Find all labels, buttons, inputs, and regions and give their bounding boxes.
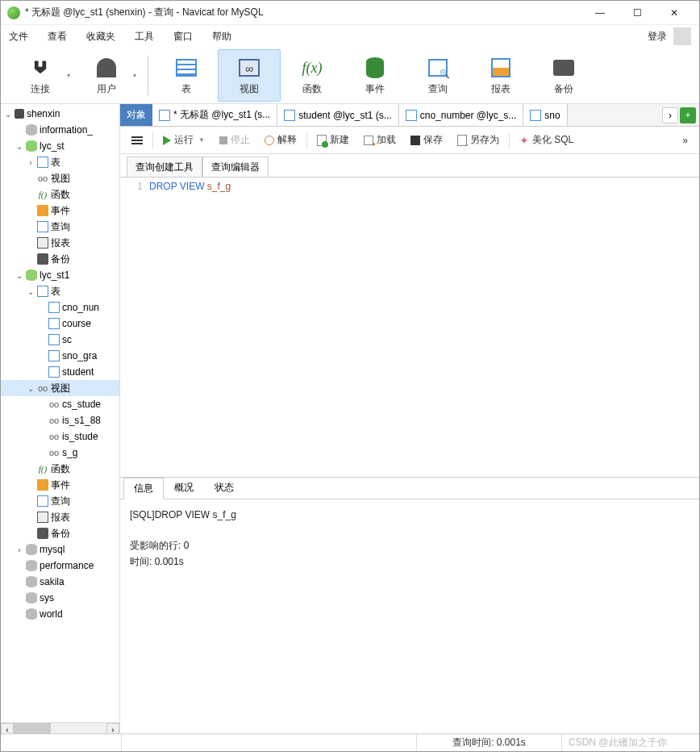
tree-item[interactable]: f()函数	[1, 461, 119, 477]
tree-item[interactable]: f()函数	[1, 186, 119, 203]
expand-icon[interactable]: ⌄	[15, 142, 23, 151]
tree-item[interactable]: 报表	[1, 509, 119, 525]
toolbar-user[interactable]: 用户	[75, 49, 138, 102]
tree-item[interactable]: cno_nun	[1, 299, 119, 315]
explain-button[interactable]: 解释	[260, 131, 302, 149]
tree-item[interactable]: ›表	[1, 154, 119, 170]
new-button[interactable]: 新建	[312, 131, 354, 149]
query-icon	[428, 59, 448, 77]
tree-item[interactable]: performance	[1, 558, 119, 574]
stop-button[interactable]: 停止	[215, 131, 255, 149]
save-button[interactable]: 保存	[406, 131, 448, 149]
expand-icon[interactable]: ⌄	[27, 287, 35, 296]
tree-item[interactable]: ⌄lyc_st	[1, 138, 119, 154]
new-tab-button[interactable]: ＋	[680, 107, 696, 123]
result-tab-profile[interactable]: 概况	[164, 477, 204, 499]
run-button[interactable]: 运行▼	[158, 131, 210, 149]
toolbar-view[interactable]: 视图	[218, 49, 281, 102]
dropdown-icon[interactable]: ▾	[67, 72, 70, 79]
tree-item[interactable]: ⌄shenxin	[1, 106, 119, 122]
tree-item[interactable]: information_	[1, 122, 119, 138]
avatar-icon[interactable]	[673, 27, 691, 45]
expand-icon[interactable]: ⌄	[15, 271, 23, 280]
tree-item[interactable]: sys	[1, 590, 119, 606]
toolbar-fx[interactable]: f(x)函数	[281, 49, 344, 102]
tree-item[interactable]: oo视图	[1, 170, 119, 186]
tree-item[interactable]: 查询	[1, 493, 119, 509]
toolbar-report[interactable]: 报表	[469, 49, 532, 102]
tree-label: sys	[40, 592, 54, 604]
tree-item[interactable]: ⌄lyc_st1	[1, 267, 119, 283]
editor-tab[interactable]: sno	[523, 104, 567, 126]
sql-editor[interactable]: 1 DROP VIEW s_f_g	[120, 178, 699, 477]
menu-favorites[interactable]: 收藏夹	[86, 30, 115, 44]
load-button[interactable]: 加载	[359, 131, 401, 149]
dropdown-icon[interactable]: ▾	[133, 72, 136, 79]
tree-item[interactable]: sakila	[1, 574, 119, 590]
toolbar-table[interactable]: 表	[155, 49, 218, 102]
menu-toggle-button[interactable]	[127, 134, 148, 147]
menu-help[interactable]: 帮助	[212, 30, 231, 44]
minimize-button[interactable]: ―	[581, 1, 619, 25]
tree-item[interactable]: 查询	[1, 219, 119, 235]
tree-item[interactable]: ⌄oo视图	[1, 380, 119, 396]
tree-item[interactable]: ›mysql	[1, 541, 119, 558]
tree-item[interactable]: 备份	[1, 525, 119, 541]
scroll-right-icon[interactable]: ›	[106, 723, 119, 733]
sidebar-scrollbar[interactable]: ‹ ›	[1, 722, 119, 733]
tab-objects[interactable]: 对象	[120, 104, 152, 126]
toolbar-plug[interactable]: 连接	[9, 49, 72, 102]
expand-icon[interactable]: ›	[15, 545, 23, 554]
save-icon	[410, 136, 420, 145]
query-icon	[37, 495, 48, 507]
close-button[interactable]: ✕	[656, 1, 693, 25]
menu-view[interactable]: 查看	[48, 30, 67, 44]
tree-label: is_s1_88	[62, 415, 101, 426]
tree-item[interactable]: sno_gra	[1, 348, 119, 364]
toolbar-label: 视图	[240, 82, 259, 96]
tree-item[interactable]: oos_g	[1, 445, 119, 461]
menu-tools[interactable]: 工具	[135, 30, 154, 44]
result-tab-status[interactable]: 状态	[204, 477, 244, 499]
menu-window[interactable]: 窗口	[173, 30, 193, 44]
report-icon	[37, 512, 48, 523]
beautify-button[interactable]: ✦美化 SQL	[515, 131, 578, 149]
toolbar-query[interactable]: 查询	[406, 49, 469, 102]
tree-item[interactable]: oois_stude	[1, 428, 119, 445]
subtab-editor[interactable]: 查询编辑器	[202, 157, 269, 178]
subtab-builder[interactable]: 查询创建工具	[127, 157, 202, 178]
tree-item[interactable]: sc	[1, 332, 119, 348]
editor-tab[interactable]: * 无标题 @lyc_st1 (s...	[152, 104, 277, 126]
tree-item[interactable]: 报表	[1, 235, 119, 251]
load-icon	[364, 136, 373, 145]
result-tab-info[interactable]: 信息	[123, 478, 164, 499]
editor-tab[interactable]: cno_number @lyc_s...	[399, 104, 524, 126]
plug-icon	[31, 58, 50, 77]
tree-item[interactable]: 事件	[1, 477, 119, 493]
tree-item[interactable]: student	[1, 364, 119, 380]
expand-icon[interactable]: ›	[27, 158, 35, 167]
tree-item[interactable]: ⌄表	[1, 283, 119, 299]
toolbar-label: 查询	[428, 82, 448, 96]
view-icon: oo	[48, 399, 60, 410]
tree-item[interactable]: 备份	[1, 251, 119, 267]
object-tree[interactable]: ⌄shenxininformation_⌄lyc_st›表oo视图f()函数事件…	[1, 104, 119, 722]
editor-tab[interactable]: student @lyc_st1 (s...	[277, 104, 399, 126]
expand-icon[interactable]: ⌄	[27, 384, 35, 393]
toolbar-db[interactable]: 事件	[344, 49, 406, 102]
tree-item[interactable]: world	[1, 606, 119, 622]
menu-file[interactable]: 文件	[9, 30, 28, 44]
expand-icon[interactable]: ⌄	[4, 110, 12, 119]
maximize-button[interactable]: ☐	[619, 1, 656, 25]
toolbar-overflow-button[interactable]: »	[677, 132, 693, 148]
sql-code[interactable]: DROP VIEW s_f_g	[149, 181, 699, 474]
tree-item[interactable]: oois_s1_88	[1, 412, 119, 428]
toolbar-backup[interactable]: 备份	[532, 49, 595, 102]
tree-item[interactable]: course	[1, 315, 119, 332]
save-as-button[interactable]: 另存为	[452, 131, 504, 149]
tab-overflow-button[interactable]: ›	[662, 107, 678, 123]
scroll-left-icon[interactable]: ‹	[1, 723, 14, 733]
tree-item[interactable]: oocs_stude	[1, 396, 119, 412]
login-link[interactable]: 登录	[648, 30, 667, 44]
tree-item[interactable]: 事件	[1, 203, 119, 219]
